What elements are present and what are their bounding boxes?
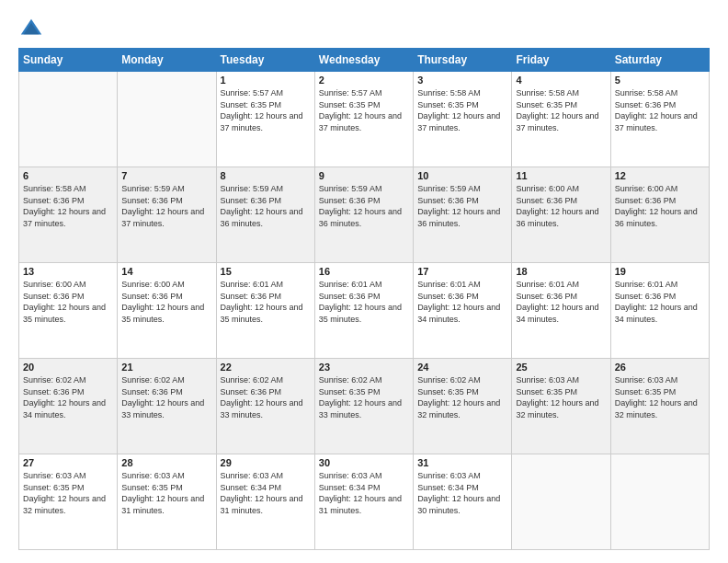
day-number: 18 (516, 266, 606, 277)
calendar-day-cell: 28Sunrise: 6:03 AM Sunset: 6:35 PM Dayli… (118, 454, 216, 550)
logo (18, 17, 48, 42)
calendar-week-row: 13Sunrise: 6:00 AM Sunset: 6:36 PM Dayli… (19, 263, 710, 359)
calendar-day-cell: 18Sunrise: 6:01 AM Sunset: 6:36 PM Dayli… (512, 263, 610, 359)
day-info: Sunrise: 6:01 AM Sunset: 6:36 PM Dayligh… (221, 279, 311, 325)
day-info: Sunrise: 6:01 AM Sunset: 6:36 PM Dayligh… (516, 279, 606, 325)
day-number: 21 (121, 362, 211, 373)
day-info: Sunrise: 5:58 AM Sunset: 6:35 PM Dayligh… (516, 87, 606, 133)
day-info: Sunrise: 6:03 AM Sunset: 6:35 PM Dayligh… (516, 374, 606, 420)
day-number: 23 (319, 362, 409, 373)
day-of-week-header: Wednesday (314, 49, 413, 72)
day-info: Sunrise: 5:58 AM Sunset: 6:35 PM Dayligh… (417, 87, 507, 133)
logo-icon (18, 17, 44, 42)
day-number: 17 (417, 266, 507, 277)
calendar-day-cell (19, 72, 118, 167)
calendar-day-cell: 27Sunrise: 6:03 AM Sunset: 6:35 PM Dayli… (19, 454, 118, 550)
day-info: Sunrise: 6:03 AM Sunset: 6:35 PM Dayligh… (23, 470, 113, 516)
day-info: Sunrise: 5:58 AM Sunset: 6:36 PM Dayligh… (615, 87, 705, 133)
calendar-day-cell: 19Sunrise: 6:01 AM Sunset: 6:36 PM Dayli… (610, 263, 709, 359)
day-number: 25 (516, 362, 606, 373)
day-of-week-header: Tuesday (216, 49, 314, 72)
day-of-week-header: Thursday (414, 49, 512, 72)
day-number: 13 (23, 266, 113, 277)
day-info: Sunrise: 6:00 AM Sunset: 6:36 PM Dayligh… (516, 183, 606, 229)
day-number: 28 (121, 457, 211, 468)
day-info: Sunrise: 6:03 AM Sunset: 6:34 PM Dayligh… (221, 470, 311, 516)
day-info: Sunrise: 6:02 AM Sunset: 6:35 PM Dayligh… (319, 374, 409, 420)
day-number: 19 (615, 266, 705, 277)
day-number: 15 (221, 266, 311, 277)
day-of-week-header: Saturday (610, 49, 709, 72)
day-info: Sunrise: 6:02 AM Sunset: 6:36 PM Dayligh… (121, 374, 211, 420)
calendar-day-cell: 2Sunrise: 5:57 AM Sunset: 6:35 PM Daylig… (314, 72, 413, 167)
calendar-day-cell: 21Sunrise: 6:02 AM Sunset: 6:36 PM Dayli… (118, 359, 216, 454)
day-number: 14 (121, 266, 211, 277)
header (18, 17, 710, 42)
day-number: 3 (417, 75, 507, 86)
day-info: Sunrise: 6:03 AM Sunset: 6:35 PM Dayligh… (121, 470, 211, 516)
day-info: Sunrise: 6:03 AM Sunset: 6:35 PM Dayligh… (615, 374, 705, 420)
day-info: Sunrise: 6:02 AM Sunset: 6:36 PM Dayligh… (221, 374, 311, 420)
calendar-day-cell: 12Sunrise: 6:00 AM Sunset: 6:36 PM Dayli… (610, 167, 709, 263)
calendar-day-cell: 16Sunrise: 6:01 AM Sunset: 6:36 PM Dayli… (314, 263, 413, 359)
day-number: 6 (23, 170, 113, 181)
calendar-day-cell: 6Sunrise: 5:58 AM Sunset: 6:36 PM Daylig… (19, 167, 118, 263)
day-info: Sunrise: 5:59 AM Sunset: 6:36 PM Dayligh… (417, 183, 507, 229)
calendar-header-row: SundayMondayTuesdayWednesdayThursdayFrid… (19, 49, 710, 72)
day-info: Sunrise: 6:01 AM Sunset: 6:36 PM Dayligh… (417, 279, 507, 325)
calendar-day-cell: 13Sunrise: 6:00 AM Sunset: 6:36 PM Dayli… (19, 263, 118, 359)
day-number: 7 (121, 170, 211, 181)
calendar-day-cell: 15Sunrise: 6:01 AM Sunset: 6:36 PM Dayli… (216, 263, 314, 359)
day-info: Sunrise: 5:59 AM Sunset: 6:36 PM Dayligh… (319, 183, 409, 229)
calendar-week-row: 1Sunrise: 5:57 AM Sunset: 6:35 PM Daylig… (19, 72, 710, 167)
day-number: 27 (23, 457, 113, 468)
day-number: 29 (221, 457, 311, 468)
day-number: 1 (221, 75, 311, 86)
day-number: 8 (221, 170, 311, 181)
calendar-day-cell: 26Sunrise: 6:03 AM Sunset: 6:35 PM Dayli… (610, 359, 709, 454)
calendar-table: SundayMondayTuesdayWednesdayThursdayFrid… (18, 48, 710, 550)
day-number: 4 (516, 75, 606, 86)
calendar-day-cell: 31Sunrise: 6:03 AM Sunset: 6:34 PM Dayli… (414, 454, 512, 550)
day-info: Sunrise: 6:01 AM Sunset: 6:36 PM Dayligh… (615, 279, 705, 325)
calendar-day-cell: 24Sunrise: 6:02 AM Sunset: 6:35 PM Dayli… (414, 359, 512, 454)
calendar-day-cell: 3Sunrise: 5:58 AM Sunset: 6:35 PM Daylig… (414, 72, 512, 167)
calendar-day-cell (610, 454, 709, 550)
day-info: Sunrise: 6:00 AM Sunset: 6:36 PM Dayligh… (615, 183, 705, 229)
day-number: 10 (417, 170, 507, 181)
page: SundayMondayTuesdayWednesdayThursdayFrid… (0, 0, 728, 563)
calendar-day-cell: 1Sunrise: 5:57 AM Sunset: 6:35 PM Daylig… (216, 72, 314, 167)
calendar-day-cell: 5Sunrise: 5:58 AM Sunset: 6:36 PM Daylig… (610, 72, 709, 167)
day-number: 31 (417, 457, 507, 468)
calendar-day-cell: 29Sunrise: 6:03 AM Sunset: 6:34 PM Dayli… (216, 454, 314, 550)
calendar-day-cell: 17Sunrise: 6:01 AM Sunset: 6:36 PM Dayli… (414, 263, 512, 359)
calendar-day-cell: 10Sunrise: 5:59 AM Sunset: 6:36 PM Dayli… (414, 167, 512, 263)
day-number: 2 (319, 75, 409, 86)
calendar-day-cell: 4Sunrise: 5:58 AM Sunset: 6:35 PM Daylig… (512, 72, 610, 167)
day-number: 24 (417, 362, 507, 373)
day-info: Sunrise: 6:03 AM Sunset: 6:34 PM Dayligh… (417, 470, 507, 516)
day-of-week-header: Sunday (19, 49, 118, 72)
day-info: Sunrise: 6:00 AM Sunset: 6:36 PM Dayligh… (121, 279, 211, 325)
day-number: 5 (615, 75, 705, 86)
day-of-week-header: Friday (512, 49, 610, 72)
calendar-day-cell: 8Sunrise: 5:59 AM Sunset: 6:36 PM Daylig… (216, 167, 314, 263)
day-info: Sunrise: 5:59 AM Sunset: 6:36 PM Dayligh… (121, 183, 211, 229)
calendar-day-cell: 25Sunrise: 6:03 AM Sunset: 6:35 PM Dayli… (512, 359, 610, 454)
day-number: 20 (23, 362, 113, 373)
day-of-week-header: Monday (118, 49, 216, 72)
day-info: Sunrise: 6:02 AM Sunset: 6:36 PM Dayligh… (23, 374, 113, 420)
day-info: Sunrise: 5:59 AM Sunset: 6:36 PM Dayligh… (221, 183, 311, 229)
calendar-week-row: 20Sunrise: 6:02 AM Sunset: 6:36 PM Dayli… (19, 359, 710, 454)
day-info: Sunrise: 6:03 AM Sunset: 6:34 PM Dayligh… (319, 470, 409, 516)
calendar-day-cell: 20Sunrise: 6:02 AM Sunset: 6:36 PM Dayli… (19, 359, 118, 454)
calendar-day-cell (118, 72, 216, 167)
calendar-day-cell (512, 454, 610, 550)
calendar-day-cell: 7Sunrise: 5:59 AM Sunset: 6:36 PM Daylig… (118, 167, 216, 263)
day-info: Sunrise: 6:02 AM Sunset: 6:35 PM Dayligh… (417, 374, 507, 420)
day-number: 12 (615, 170, 705, 181)
calendar-day-cell: 11Sunrise: 6:00 AM Sunset: 6:36 PM Dayli… (512, 167, 610, 263)
calendar-day-cell: 22Sunrise: 6:02 AM Sunset: 6:36 PM Dayli… (216, 359, 314, 454)
calendar-day-cell: 9Sunrise: 5:59 AM Sunset: 6:36 PM Daylig… (314, 167, 413, 263)
calendar-day-cell: 30Sunrise: 6:03 AM Sunset: 6:34 PM Dayli… (314, 454, 413, 550)
